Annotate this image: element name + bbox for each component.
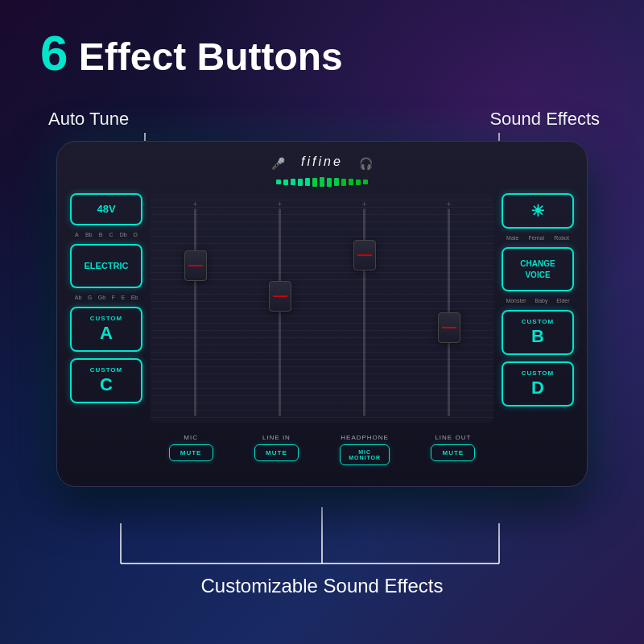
left-buttons: 48V A Bb B C Db D ELECTRIC Ab G Gb F E [70,193,142,472]
vu-meter [70,177,574,187]
fader-rail-headphone [363,208,365,416]
voice-labels-top: Male Femal Robot [502,235,574,241]
mute-btn-linein[interactable]: MUTE [254,444,299,461]
fader-knob-linein[interactable] [269,281,291,312]
fader-knob-lineout[interactable] [438,312,460,343]
btn-electric[interactable]: ELECTRIC [70,244,142,288]
fader-knob-mic[interactable] [184,250,207,281]
mute-section: MIC MUTE LINE IN MUTE HEADPHONE MICMONIT… [151,427,493,472]
fader-headphone[interactable]: + [326,200,402,416]
btn-change-voice[interactable]: CHANGEVOICE [502,247,574,291]
mute-group-lineout: LINE OUT MUTE [431,434,475,465]
btn-custom-d[interactable]: CUSTOM D [502,361,574,407]
title-text: Effect Buttons [68,35,342,78]
mute-label-mic: MIC [184,434,198,441]
faders-panel: + + + [151,193,493,423]
mute-label-headphone: HEADPHONE [341,434,389,441]
mute-btn-headphone[interactable]: MICMONITOR [340,444,390,465]
mixer-main: 48V A Bb B C Db D ELECTRIC Ab G Gb F E [70,193,574,472]
fader-rail-linein [279,208,281,416]
faders-section: + + + [151,193,493,472]
fader-rail-mic [194,208,196,416]
btn-custom-b[interactable]: CUSTOM B [502,310,574,355]
fader-knob-headphone[interactable] [353,240,376,270]
sun-icon: ☀ [530,201,545,221]
mute-label-lineout: LINE OUT [435,434,471,441]
right-buttons: ☀ Male Femal Robot CHANGEVOICE Monster B… [502,193,574,472]
btn-custom-a[interactable]: CUSTOM A [70,307,142,352]
voice-labels-bottom: Monster Baby Elder [502,298,574,303]
bottom-customizable-label: Customizable Sound Effects [200,575,443,597]
mute-group-linein: LINE IN MUTE [254,434,299,465]
btn-48v[interactable]: 48V [70,193,142,225]
title-number: 6 [40,25,68,80]
mute-btn-mic[interactable]: MUTE [169,444,213,461]
mute-group-mic: MIC MUTE [169,434,213,465]
label-auto-tune: Auto Tune [48,109,129,130]
mute-label-linein: LINE IN [262,434,291,441]
page-title: 6 Effect Buttons [40,24,343,81]
mute-btn-lineout[interactable]: MUTE [431,444,475,461]
brand-name: fifine [301,155,343,169]
fader-linein[interactable]: + [242,200,318,416]
fader-lineout[interactable]: + [411,200,487,416]
fader-mic[interactable]: + [157,200,233,416]
note-markers-bottom: Ab G Gb F E Eb [70,295,142,300]
label-sound-effects: Sound Effects [489,109,600,130]
mute-group-headphone: HEADPHONE MICMONITOR [340,434,390,465]
mixer-device: 🎤 fifine 🎧 48V A Bb B [56,141,588,487]
mic-icon: 🎤 [271,157,285,170]
headphone-icon: 🎧 [359,157,373,170]
btn-light[interactable]: ☀ [502,193,574,229]
note-markers-top: A Bb B C Db D [70,232,142,237]
fader-rail-lineout [448,208,450,416]
btn-custom-c[interactable]: CUSTOM C [70,358,142,403]
